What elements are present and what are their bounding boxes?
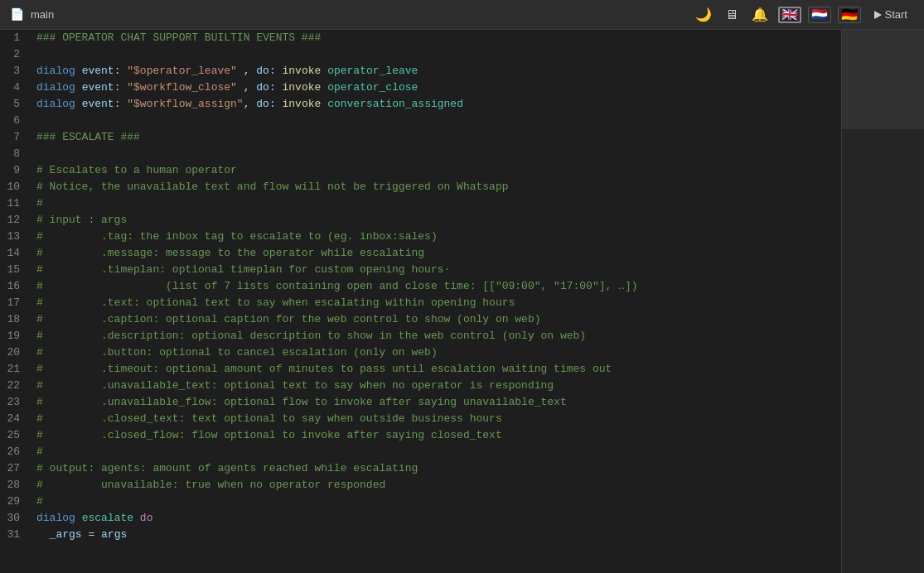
- line-number: 29: [0, 494, 33, 510]
- line-content: # Escalates to a human operator: [33, 162, 841, 179]
- line-number: 20: [0, 344, 33, 361]
- table-row: 18# .caption: optional caption for the w…: [0, 311, 841, 328]
- table-row: 8: [0, 146, 841, 162]
- line-content: [33, 46, 841, 63]
- titlebar: 📄 main 🌙 🖥 🔔 🇬🇧 🇳🇱 🇩🇪 Start: [0, 0, 924, 30]
- line-number: 6: [0, 113, 33, 129]
- flag-nl-button[interactable]: 🇳🇱: [808, 7, 831, 23]
- line-number: 8: [0, 146, 33, 162]
- line-number: 22: [0, 378, 33, 394]
- line-number: 3: [0, 63, 33, 79]
- line-number: 17: [0, 295, 33, 311]
- line-content: # .text: optional text to say when escal…: [33, 295, 841, 311]
- table-row: 15# .timeplan: optional timeplan for cus…: [0, 262, 841, 278]
- line-number: 5: [0, 96, 33, 113]
- table-row: 31 _args = args: [0, 527, 841, 543]
- table-row: 27# output: agents: amount of agents rea…: [0, 460, 841, 477]
- flag-de-button[interactable]: 🇩🇪: [838, 7, 861, 23]
- line-content: # .unavailable_text: optional text to sa…: [33, 378, 841, 394]
- line-number: 11: [0, 195, 33, 212]
- dark-mode-button[interactable]: 🌙: [692, 3, 715, 26]
- code-area[interactable]: 1### OPERATOR CHAT SUPPORT BUILTIN EVENT…: [0, 30, 841, 573]
- line-number: 13: [0, 229, 33, 245]
- line-content: # (list of 7 lists containing open and c…: [33, 278, 841, 295]
- line-content: # .tag: the inbox tag to escalate to (eg…: [33, 229, 841, 245]
- line-content: [33, 146, 841, 162]
- line-number: 15: [0, 262, 33, 278]
- line-content: _args = args: [33, 527, 841, 543]
- table-row: 19# .description: optional description t…: [0, 328, 841, 344]
- line-content: #: [33, 494, 841, 510]
- table-row: 4dialog event: "$workflow_close" , do: i…: [0, 79, 841, 96]
- line-content: dialog event: "$workflow_assign", do: in…: [33, 96, 841, 113]
- table-row: 30dialog escalate do: [0, 510, 841, 527]
- line-content: # .closed_text: text optional to say whe…: [33, 411, 841, 427]
- line-number: 14: [0, 245, 33, 262]
- line-content: [33, 113, 841, 129]
- line-content: ### ESCALATE ###: [33, 129, 841, 146]
- minimap: [841, 30, 924, 573]
- line-number: 27: [0, 460, 33, 477]
- line-number: 21: [0, 361, 33, 378]
- code-table: 1### OPERATOR CHAT SUPPORT BUILTIN EVENT…: [0, 30, 841, 543]
- line-content: # .message: message to the operator whil…: [33, 245, 841, 262]
- table-row: 25# .closed_flow: flow optional to invok…: [0, 427, 841, 444]
- table-row: 14# .message: message to the operator wh…: [0, 245, 841, 262]
- line-number: 9: [0, 162, 33, 179]
- line-number: 18: [0, 311, 33, 328]
- line-content: # output: agents: amount of agents reach…: [33, 460, 841, 477]
- line-number: 28: [0, 477, 33, 494]
- line-number: 30: [0, 510, 33, 527]
- line-content: #: [33, 444, 841, 460]
- line-content: # .description: optional description to …: [33, 328, 841, 344]
- table-row: 9# Escalates to a human operator: [0, 162, 841, 179]
- table-row: 10# Notice, the unavailable text and flo…: [0, 179, 841, 195]
- line-number: 26: [0, 444, 33, 460]
- line-number: 19: [0, 328, 33, 344]
- table-row: 3dialog event: "$operator_leave" , do: i…: [0, 63, 841, 79]
- line-content: # input : args: [33, 212, 841, 229]
- line-number: 16: [0, 278, 33, 295]
- table-row: 24# .closed_text: text optional to say w…: [0, 411, 841, 427]
- line-number: 1: [0, 30, 33, 46]
- table-row: 29#: [0, 494, 841, 510]
- start-button[interactable]: Start: [868, 5, 914, 24]
- line-content: dialog event: "$operator_leave" , do: in…: [33, 63, 841, 79]
- file-icon: 📄: [10, 7, 24, 22]
- table-row: 5dialog event: "$workflow_assign", do: i…: [0, 96, 841, 113]
- table-row: 11#: [0, 195, 841, 212]
- line-number: 10: [0, 179, 33, 195]
- table-row: 12# input : args: [0, 212, 841, 229]
- table-row: 22# .unavailable_text: optional text to …: [0, 378, 841, 394]
- minimap-highlight: [842, 30, 924, 129]
- table-row: 28# unavailable: true when no operator r…: [0, 477, 841, 494]
- start-icon: [874, 11, 882, 19]
- table-row: 20# .button: optional to cancel escalati…: [0, 344, 841, 361]
- line-content: # .button: optional to cancel escalation…: [33, 344, 841, 361]
- table-row: 2: [0, 46, 841, 63]
- table-row: 16# (list of 7 lists containing open and…: [0, 278, 841, 295]
- table-row: 26#: [0, 444, 841, 460]
- table-row: 21# .timeout: optional amount of minutes…: [0, 361, 841, 378]
- line-number: 7: [0, 129, 33, 146]
- share-button[interactable]: 🔔: [748, 3, 772, 26]
- table-row: 17# .text: optional text to say when esc…: [0, 295, 841, 311]
- line-content: # unavailable: true when no operator res…: [33, 477, 841, 494]
- start-label: Start: [885, 8, 907, 21]
- line-content: # .timeout: optional amount of minutes t…: [33, 361, 841, 378]
- line-content: # .closed_flow: flow optional to invoke …: [33, 427, 841, 444]
- flag-en-button[interactable]: 🇬🇧: [778, 7, 801, 23]
- monitor-button[interactable]: 🖥: [722, 4, 742, 26]
- line-content: # .caption: optional caption for the web…: [33, 311, 841, 328]
- line-content: # .timeplan: optional timeplan for custo…: [33, 262, 841, 278]
- line-number: 12: [0, 212, 33, 229]
- line-number: 2: [0, 46, 33, 63]
- titlebar-title: main: [31, 8, 54, 21]
- line-content: # Notice, the unavailable text and flow …: [33, 179, 841, 195]
- line-content: ### OPERATOR CHAT SUPPORT BUILTIN EVENTS…: [33, 30, 841, 46]
- table-row: 23# .unavailable_flow: optional flow to …: [0, 394, 841, 411]
- line-number: 24: [0, 411, 33, 427]
- table-row: 6: [0, 113, 841, 129]
- table-row: 13# .tag: the inbox tag to escalate to (…: [0, 229, 841, 245]
- table-row: 1### OPERATOR CHAT SUPPORT BUILTIN EVENT…: [0, 30, 841, 46]
